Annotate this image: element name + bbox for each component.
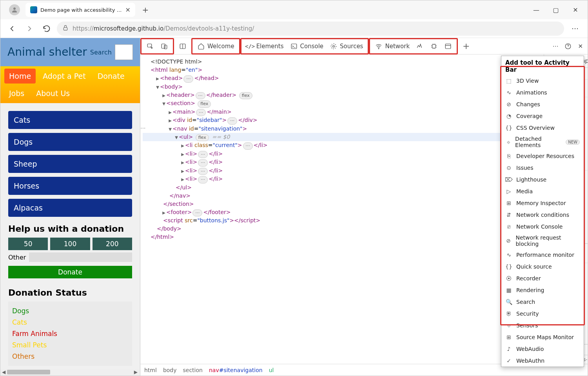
tool-item-security[interactable]: ⛨Security xyxy=(501,308,584,320)
tool-icon: ⎘ xyxy=(505,152,512,160)
tool-icon: ⛨ xyxy=(505,310,512,318)
sidebar-item-dogs[interactable]: Dogs xyxy=(8,133,132,151)
tool-icon: ⟐ xyxy=(505,138,511,146)
inspect-element-button[interactable] xyxy=(143,38,157,54)
donate-button[interactable]: Donate xyxy=(8,266,132,278)
tool-item-quick-source[interactable]: {}Quick source xyxy=(501,261,584,272)
titlebar: Demo page with accessibility issu ✕ + — … xyxy=(0,0,588,19)
tool-item-changes[interactable]: ⊘Changes xyxy=(501,98,584,110)
devtools-more-button[interactable]: ⋯ xyxy=(549,38,561,54)
device-toggle-button[interactable] xyxy=(157,38,171,54)
tool-item-developer-resources[interactable]: ⎘Developer Resources xyxy=(501,150,584,162)
tool-item-issues[interactable]: ⊙Issues xyxy=(501,162,584,174)
minimize-button[interactable]: — xyxy=(527,2,545,18)
dom-tree[interactable]: ⋯ <!DOCTYPE html> <html lang="en"> ▶<hea… xyxy=(140,54,544,364)
tool-icon: ⟐ xyxy=(505,322,512,329)
settings-menu-button[interactable]: ⋯ xyxy=(567,24,583,33)
tool-item-webauthn[interactable]: ✓WebAuthn xyxy=(501,355,584,367)
forward-button[interactable] xyxy=(22,22,36,36)
nav-adopt[interactable]: Adopt a Pet xyxy=(38,69,91,84)
dock-button[interactable] xyxy=(176,38,190,54)
donation-header: Help us with a donation xyxy=(8,224,132,234)
sidebar-item-cats[interactable]: Cats xyxy=(8,111,132,129)
tool-icon: ⌦ xyxy=(505,176,512,183)
svg-rect-2 xyxy=(147,44,152,47)
status-header: Donation Status xyxy=(8,288,132,298)
tool-item-css-overview[interactable]: {}CSS Overview xyxy=(501,122,584,134)
console-tab[interactable]: Console xyxy=(287,38,327,54)
devtools-close-button[interactable]: ✕ xyxy=(575,38,586,54)
tool-item-rendering[interactable]: ▦Rendering xyxy=(501,284,584,296)
tool-item-3d-view[interactable]: ⬚3D View xyxy=(501,75,584,87)
add-tool-button[interactable]: + xyxy=(459,38,473,54)
tool-item-recorder[interactable]: ⦿Recorder xyxy=(501,272,584,284)
tool-icon: ⊞ xyxy=(505,199,512,207)
back-button[interactable] xyxy=(5,22,19,36)
tool-icon: ⇵ xyxy=(505,211,512,219)
sources-tab[interactable]: Sources xyxy=(327,38,366,54)
amount-200[interactable]: 200 xyxy=(93,238,132,250)
welcome-tab[interactable]: Welcome xyxy=(191,38,240,54)
tool-item-network-conditions[interactable]: ⇵Network conditions xyxy=(501,209,584,221)
tool-icon: ⊞ xyxy=(505,333,512,341)
tool-icon: {} xyxy=(505,263,512,271)
application-tab[interactable] xyxy=(441,38,455,54)
memory-tab[interactable] xyxy=(427,38,441,54)
tool-item-detached-elements[interactable]: ⟐Detached ElementsNEW xyxy=(501,134,584,150)
tool-item-animations[interactable]: ∿Animations xyxy=(501,87,584,98)
maximize-button[interactable]: ▢ xyxy=(547,2,565,18)
tool-item-coverage[interactable]: ◔Coverage xyxy=(501,110,584,122)
amount-100[interactable]: 100 xyxy=(50,238,90,250)
search-label: Search xyxy=(90,49,112,56)
elements-tab[interactable]: </>Elements xyxy=(243,38,287,54)
devtools-help-button[interactable] xyxy=(561,38,575,54)
tool-item-lighthouse[interactable]: ⌦Lighthouse xyxy=(501,174,584,185)
inspect-group xyxy=(140,38,174,54)
page-nav: Home Adopt a Pet Donate Jobs About Us xyxy=(0,66,140,103)
close-window-button[interactable]: ✕ xyxy=(566,2,584,18)
refresh-button[interactable] xyxy=(40,22,54,36)
tool-item-media[interactable]: ▷Media xyxy=(501,185,584,197)
tool-icon: ◔ xyxy=(505,112,512,120)
nav-about[interactable]: About Us xyxy=(31,86,74,101)
nav-donate[interactable]: Donate xyxy=(93,69,129,84)
tool-item-sensors[interactable]: ⟐Sensors xyxy=(501,320,584,331)
network-tab[interactable]: Network xyxy=(372,38,413,54)
rendered-page: Animal shelter Search Home Adopt a Pet D… xyxy=(0,38,140,376)
tool-item-network-console[interactable]: ⎚Network Console xyxy=(501,221,584,233)
tool-icon: ♪ xyxy=(505,345,512,353)
toolbar: https://microsoftedge.github.io/Demos/de… xyxy=(0,19,588,38)
tool-item-source-maps-monitor[interactable]: ⊞Source Maps Monitor xyxy=(501,331,584,343)
add-tool-menu: Add tool to Activity Bar ⬚3D View∿Animat… xyxy=(501,56,584,367)
sidebar-item-horses[interactable]: Horses xyxy=(8,177,132,195)
nav-home[interactable]: Home xyxy=(4,69,36,84)
tool-icon: ⬚ xyxy=(505,77,512,85)
browser-tab[interactable]: Demo page with accessibility issu ✕ xyxy=(25,3,135,17)
tool-item-webaudio[interactable]: ♪WebAudio xyxy=(501,343,584,355)
performance-tab[interactable] xyxy=(413,38,427,54)
other-input[interactable] xyxy=(29,252,132,262)
amount-50[interactable]: 50 xyxy=(8,238,48,250)
svg-point-8 xyxy=(333,45,335,47)
svg-rect-1 xyxy=(64,27,67,30)
svg-point-9 xyxy=(379,48,379,49)
sidebar-item-sheep[interactable]: Sheep xyxy=(8,155,132,173)
horizontal-scrollbar[interactable]: ◀▶ xyxy=(0,369,139,376)
address-input[interactable]: https://microsoftedge.github.io/Demos/de… xyxy=(57,22,564,36)
close-icon[interactable]: ✕ xyxy=(125,6,131,14)
tool-item-memory-inspector[interactable]: ⊞Memory Inspector xyxy=(501,197,584,209)
tool-item-performance-monitor[interactable]: ∿Performance monitor xyxy=(501,249,584,261)
tool-icon: ▦ xyxy=(505,286,512,294)
search-input[interactable] xyxy=(115,44,133,60)
tool-item-search[interactable]: 🔍Search xyxy=(501,296,584,308)
edge-icon xyxy=(30,6,37,13)
tool-icon: ∿ xyxy=(505,251,512,259)
new-tab-button[interactable]: + xyxy=(138,3,152,17)
tool-icon: ⎚ xyxy=(505,223,512,231)
tool-item-network-request-blocking[interactable]: ⊘Network request blocking xyxy=(501,233,584,249)
sidebar-item-alpacas[interactable]: Alpacas xyxy=(8,199,132,217)
nav-jobs[interactable]: Jobs xyxy=(4,86,29,101)
profile-button[interactable] xyxy=(9,4,20,15)
url-text: https://microsoftedge.github.io/Demos/de… xyxy=(73,25,254,32)
status-list: Dogs Cats Farm Animals Small Pets Others xyxy=(8,302,132,366)
